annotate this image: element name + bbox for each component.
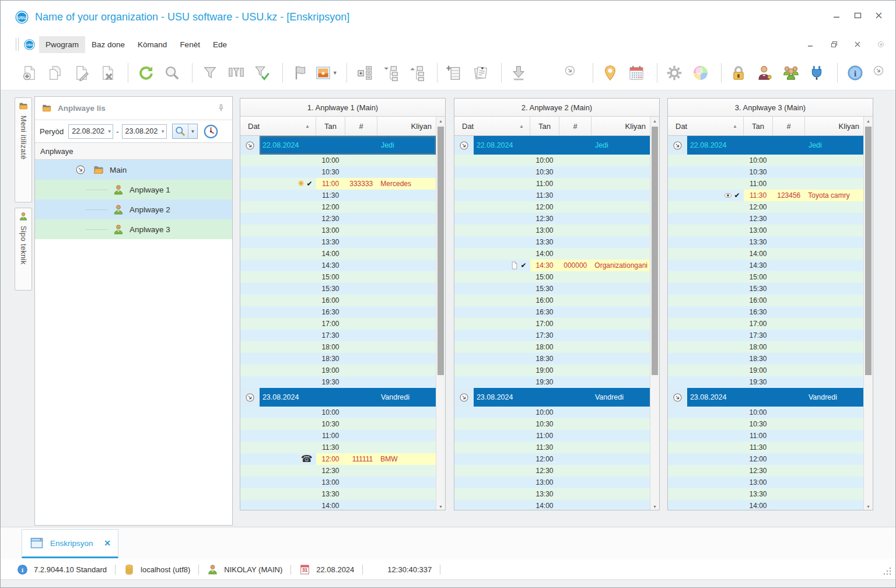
collapse-tree-button[interactable] <box>379 60 402 86</box>
time-slot-row[interactable]: 17:00 <box>454 318 650 330</box>
header-kliyan[interactable]: Kliyan <box>805 117 863 135</box>
scroll-up-icon[interactable]: ▲ <box>864 117 873 125</box>
time-slot-row[interactable]: 10:00 <box>454 155 650 166</box>
time-slot-row[interactable]: 12:00 <box>668 453 863 465</box>
time-slot-row[interactable]: 11:00 <box>240 430 436 442</box>
expand-circle-icon[interactable] <box>75 164 86 175</box>
appointment-row[interactable]: ✔14:30000000Organizationgani <box>454 260 650 271</box>
maximize-icon[interactable] <box>851 9 864 22</box>
time-slot-row[interactable]: 15:30 <box>240 283 436 295</box>
time-slot-row[interactable]: 11:30 <box>454 190 650 201</box>
time-slot-row[interactable]: 13:30 <box>454 236 650 248</box>
time-slot-row[interactable]: 13:00 <box>668 477 863 488</box>
time-slot-row[interactable]: 17:30 <box>454 330 650 341</box>
date-row[interactable]: 23.08.2024Vandredi <box>668 388 863 407</box>
appointment-row[interactable]: ☎12:00111111BMW <box>240 453 436 465</box>
menu-baz-done[interactable]: Baz done <box>85 36 131 53</box>
time-slot-row[interactable]: 19:00 <box>668 365 863 376</box>
time-slot-row[interactable]: 15:30 <box>454 283 650 295</box>
time-slot-row[interactable]: 18:00 <box>240 341 436 353</box>
time-slot-row[interactable]: 12:30 <box>240 465 436 477</box>
appointment-row[interactable]: ✔11:30123456Toyota camry <box>668 190 863 201</box>
header-number[interactable]: # <box>773 117 805 135</box>
map-location-button[interactable] <box>599 60 622 86</box>
period-to-select[interactable]: 23.08.202▼ <box>122 124 167 139</box>
time-slot-row[interactable]: 16:30 <box>240 306 436 318</box>
tree-item-main[interactable]: Main <box>35 160 232 180</box>
vertical-scrollbar[interactable]: ▲▼ <box>863 117 873 510</box>
menu-pwogram[interactable]: Pwogram <box>39 36 85 53</box>
header-dat[interactable]: Dat▲ <box>454 117 530 135</box>
time-slot-row[interactable]: 11:00 <box>454 178 650 190</box>
appearance-button[interactable] <box>689 60 712 86</box>
time-slot-row[interactable]: 12:00 <box>240 201 436 213</box>
settings-button[interactable] <box>663 60 687 86</box>
time-slot-row[interactable]: 18:00 <box>454 341 650 353</box>
side-tab-sipo-teknik[interactable]: Sipo teknik <box>15 208 32 290</box>
tree-item-anplwaye-2[interactable]: Anplwaye 2 <box>35 200 232 219</box>
time-slot-row[interactable]: 18:30 <box>240 353 436 365</box>
time-slot-row[interactable]: 15:00 <box>240 271 436 283</box>
time-slot-row[interactable]: 11:30 <box>240 190 436 201</box>
time-slot-row[interactable]: 10:00 <box>668 155 863 166</box>
time-slot-row[interactable]: 13:30 <box>668 236 863 248</box>
user-groups-button[interactable] <box>779 60 803 86</box>
time-slot-row[interactable]: 17:30 <box>668 330 863 341</box>
tab-close-icon[interactable]: ✕ <box>104 538 111 548</box>
time-slot-row[interactable]: 12:30 <box>454 465 650 477</box>
add-table-row-button[interactable] <box>443 60 467 86</box>
header-number[interactable]: # <box>345 117 377 135</box>
time-slot-row[interactable]: 19:30 <box>454 376 650 388</box>
header-tan[interactable]: Tan <box>744 117 773 135</box>
time-slot-row[interactable]: 14:00 <box>240 500 436 510</box>
date-row[interactable]: 22.08.2024Jedi <box>454 136 650 155</box>
time-slot-row[interactable]: 12:30 <box>668 465 863 477</box>
pin-icon[interactable] <box>217 104 226 113</box>
overflow-chevron-button[interactable] <box>561 60 584 86</box>
tree-item-anplwaye-3[interactable]: Anplwaye 3 <box>35 219 232 239</box>
time-slot-row[interactable]: 13:00 <box>454 225 650 236</box>
header-kliyan[interactable]: Kliyan <box>377 117 436 135</box>
time-slot-row[interactable]: 13:30 <box>668 488 863 500</box>
time-slot-row[interactable]: 13:30 <box>240 488 436 500</box>
header-kliyan[interactable]: Kliyan <box>592 117 650 135</box>
time-slot-row[interactable]: 12:00 <box>454 201 650 213</box>
time-slot-row[interactable]: 13:00 <box>240 477 436 488</box>
filter-apply-button[interactable] <box>250 60 274 86</box>
time-slot-row[interactable]: 11:30 <box>454 442 650 453</box>
refresh-button[interactable] <box>134 60 158 86</box>
search-button[interactable] <box>160 60 184 86</box>
time-slot-row[interactable]: 15:30 <box>668 283 863 295</box>
time-slot-row[interactable]: 13:00 <box>668 225 863 236</box>
time-slot-row[interactable]: 17:00 <box>668 318 863 330</box>
reports-button[interactable] <box>469 60 492 86</box>
time-slot-row[interactable]: 10:30 <box>668 166 863 178</box>
import-download-button[interactable] <box>508 60 531 86</box>
time-slot-row[interactable]: 10:00 <box>240 407 436 418</box>
integrations-button[interactable] <box>805 60 828 86</box>
filter-button[interactable] <box>198 60 222 86</box>
minimize-icon[interactable] <box>830 9 843 22</box>
time-slot-row[interactable]: 16:00 <box>240 295 436 306</box>
date-row[interactable]: 23.08.2024Vandredi <box>240 388 436 407</box>
menu-fenet[interactable]: Fenèt <box>173 36 206 53</box>
time-slot-row[interactable]: 16:00 <box>668 295 863 306</box>
tree-item-anplwaye-1[interactable]: Anplwaye 1 <box>35 180 232 200</box>
time-slot-row[interactable]: 10:30 <box>454 166 650 178</box>
expand-circle-icon[interactable] <box>459 141 469 150</box>
clock-button[interactable] <box>203 124 219 139</box>
scroll-up-icon[interactable]: ▲ <box>650 117 659 125</box>
mdi-close-icon[interactable] <box>851 38 864 51</box>
period-from-select[interactable]: 22.08.202▼ <box>68 124 113 139</box>
expand-groups-button[interactable] <box>353 60 376 86</box>
scrollbar-thumb[interactable] <box>865 127 872 375</box>
close-icon[interactable] <box>872 9 885 22</box>
about-info-button[interactable]: i <box>844 60 867 86</box>
time-slot-row[interactable]: 17:00 <box>240 318 436 330</box>
time-slot-row[interactable]: 10:30 <box>240 418 436 430</box>
image-view-button[interactable]: ▼ <box>315 60 338 86</box>
time-slot-row[interactable]: 11:30 <box>240 442 436 453</box>
time-slot-row[interactable]: 14:30 <box>668 260 863 271</box>
time-slot-row[interactable]: 17:30 <box>240 330 436 341</box>
menu-ede[interactable]: Ede <box>206 36 233 53</box>
